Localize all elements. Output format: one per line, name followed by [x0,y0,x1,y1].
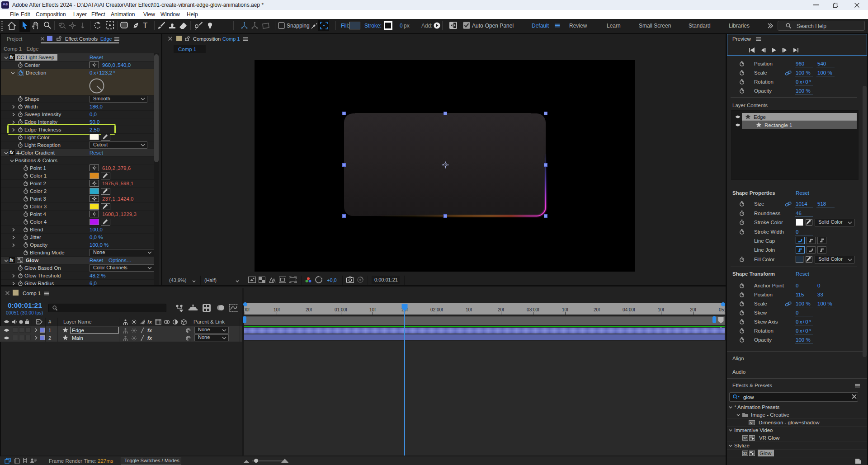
svg-text:32: 32 [743,451,747,456]
svg-text:32: 32 [743,436,747,440]
svg-text:fx: fx [750,421,753,425]
